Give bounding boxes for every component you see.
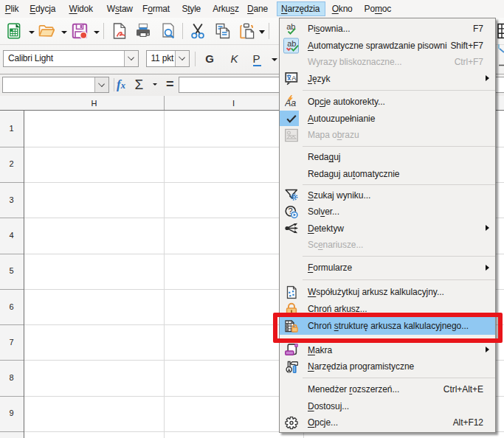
svg-text:A: A bbox=[291, 75, 296, 83]
svg-text:ab: ab bbox=[287, 40, 296, 49]
svg-text:Aa: Aa bbox=[285, 98, 296, 108]
